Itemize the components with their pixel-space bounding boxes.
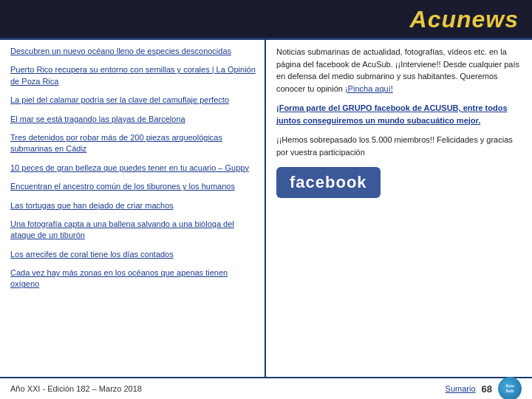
page-number: 68 bbox=[482, 383, 492, 395]
news-link[interactable]: El mar se está tragando las playas de Ba… bbox=[10, 115, 185, 123]
facebook-button[interactable]: facebook bbox=[276, 167, 381, 198]
footer-right: Sumario 68 AcuSub bbox=[446, 377, 522, 399]
news-link[interactable]: Los arrecifes de coral tiene los días co… bbox=[10, 250, 174, 259]
news-item: Encuentran el ancestro común de los tibu… bbox=[10, 181, 256, 192]
sumario-link[interactable]: Sumario bbox=[446, 384, 476, 393]
right-panel: Noticias submarinas de actualidad, fotog… bbox=[266, 40, 532, 378]
news-link[interactable]: Encuentran el ancestro común de los tibu… bbox=[10, 182, 235, 191]
news-link[interactable]: Puerto Rico recupera su entorno con semi… bbox=[10, 65, 256, 85]
site-title: Acunews bbox=[410, 6, 519, 33]
edition-info: Año XXI - Edición 182 – Marzo 2018 bbox=[10, 384, 142, 393]
news-item: Los arrecifes de coral tiene los días co… bbox=[10, 249, 256, 260]
news-item: Puerto Rico recupera su entorno con semi… bbox=[10, 64, 256, 87]
news-link[interactable]: Las tortugas que han dejado de criar mac… bbox=[10, 201, 174, 210]
news-item: Tres detenidos por robar más de 200 piez… bbox=[10, 132, 256, 155]
members-text: ¡¡Hemos sobrepasado los 5.000 miembros!!… bbox=[276, 134, 522, 158]
header: Acunews bbox=[0, 0, 532, 38]
news-item: 10 peces de gran belleza que puedes tene… bbox=[10, 163, 256, 174]
news-link[interactable]: La piel del calamar podría ser la clave … bbox=[10, 95, 229, 104]
pincha-link[interactable]: ¡Pincha aquí! bbox=[345, 84, 393, 93]
intro-paragraph: Noticias submarinas de actualidad, fotog… bbox=[276, 46, 522, 95]
news-link[interactable]: 10 peces de gran belleza que puedes tene… bbox=[10, 163, 249, 172]
group-text[interactable]: ¡Forma parte del GRUPO facebook de ACUSU… bbox=[276, 102, 522, 126]
footer: Año XXI - Edición 182 – Marzo 2018 Sumar… bbox=[0, 377, 532, 399]
news-link[interactable]: Tres detenidos por robar más de 200 piez… bbox=[10, 133, 222, 153]
main-content: Descubren un nuevo océano lleno de espec… bbox=[0, 38, 532, 378]
news-item: Las tortugas que han dejado de criar mac… bbox=[10, 200, 256, 211]
acusub-logo: AcuSub bbox=[498, 377, 522, 399]
news-item: Descubren un nuevo océano lleno de espec… bbox=[10, 46, 256, 57]
news-item: Una fotografía capta a una ballena salva… bbox=[10, 219, 256, 242]
news-link[interactable]: Descubren un nuevo océano lleno de espec… bbox=[10, 47, 231, 55]
news-item: Cada vez hay más zonas en los océanos qu… bbox=[10, 267, 256, 290]
intro-text: Noticias submarinas de actualidad, fotog… bbox=[276, 47, 519, 93]
news-item: El mar se está tragando las playas de Ba… bbox=[10, 114, 256, 125]
news-link[interactable]: Una fotografía capta a una ballena salva… bbox=[10, 219, 234, 239]
logo-text: AcuSub bbox=[505, 383, 514, 393]
news-item: La piel del calamar podría ser la clave … bbox=[10, 95, 256, 106]
news-list: Descubren un nuevo océano lleno de espec… bbox=[0, 40, 266, 378]
news-link[interactable]: Cada vez hay más zonas en los océanos qu… bbox=[10, 268, 228, 288]
